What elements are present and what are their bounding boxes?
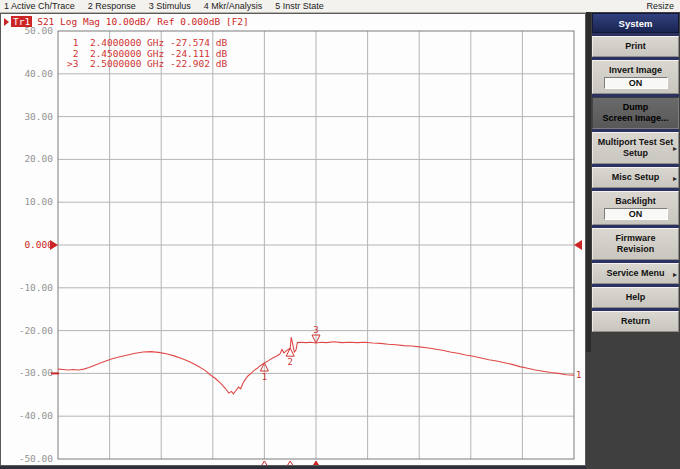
menu-item-5[interactable]: 5 Instr State xyxy=(275,0,324,12)
marker-readout-row-1: 1 2.4000000 GHz -27.574 dB xyxy=(67,38,227,49)
y-axis-label: 10.00 xyxy=(24,196,53,207)
softkey-label: Dump xyxy=(595,102,676,113)
softkey-menu-title: System xyxy=(592,13,679,33)
submenu-arrow-icon: ▸ xyxy=(673,143,677,154)
marker-3-label: 3 xyxy=(313,325,318,335)
softkey-help[interactable]: Help xyxy=(592,287,679,308)
trace-id-badge: Tr1 xyxy=(11,16,32,27)
y-axis-label: -10.00 xyxy=(19,282,54,293)
y-axis-label: 40.00 xyxy=(24,68,53,79)
softkey-label: Invert Image xyxy=(595,65,676,76)
menu-bar: 1 Active Ch/Trace2 Response3 Stimulus4 M… xyxy=(0,0,680,13)
softkey-column: System PrintInvert ImageONDumpScreen Ima… xyxy=(592,13,679,332)
y-axis-label: 20.00 xyxy=(24,153,53,164)
marker-axis-indicator-3 xyxy=(311,461,321,465)
softkey-label: Firmware xyxy=(595,233,676,244)
panel-edge-notch xyxy=(586,12,591,352)
softkey-misc-setup[interactable]: Misc Setup▸ xyxy=(592,167,679,188)
marker-2-icon xyxy=(286,348,294,356)
marker-readout-table: 1 2.4000000 GHz -27.574 dB 2 2.4500000 G… xyxy=(67,38,227,70)
y-axis-label: -50.00 xyxy=(19,453,54,464)
softkey-label: Screen Image... xyxy=(595,113,676,124)
ref-level-left-icon xyxy=(50,240,58,250)
softkey-multiport-test-set-setup[interactable]: Multiport Test SetSetup▸ xyxy=(592,132,679,164)
y-axis-label: -20.00 xyxy=(19,325,54,336)
softkey-label: Multiport Test Set xyxy=(595,137,676,148)
softkey-label: Return xyxy=(595,316,676,327)
trace-start-tick xyxy=(51,372,59,374)
softkey-label: Help xyxy=(595,292,676,303)
submenu-arrow-icon: ▸ xyxy=(673,172,677,183)
softkey-label: Print xyxy=(595,41,676,52)
softkey-firmware-revision[interactable]: FirmwareRevision xyxy=(592,228,679,260)
resize-button[interactable]: Resize xyxy=(646,0,674,12)
analyzer-screen: 50.0040.0030.0020.0010.000.000-10.00-20.… xyxy=(0,13,586,466)
menu-item-1[interactable]: 1 Active Ch/Trace xyxy=(4,0,75,12)
active-trace-arrow-icon xyxy=(4,18,9,26)
graph-svg: 50.0040.0030.0020.0010.000.000-10.00-20.… xyxy=(1,14,585,465)
trace-end-label: 1 xyxy=(576,370,581,380)
softkey-label: Revision xyxy=(595,244,676,255)
trace-format-text: S21 Log Mag 10.00dB/ Ref 0.000dB [F2] xyxy=(37,16,249,27)
softkey-label: Service Menu xyxy=(595,268,676,279)
y-axis-label: -30.00 xyxy=(19,367,54,378)
marker-1-label: 1 xyxy=(262,372,267,382)
ref-level-right-icon xyxy=(574,240,582,250)
softkey-label: Backlight xyxy=(595,196,676,207)
softkey-backlight[interactable]: BacklightON xyxy=(592,191,679,225)
softkey-invert-image[interactable]: Invert ImageON xyxy=(592,60,679,94)
softkey-label: Misc Setup xyxy=(595,172,676,183)
marker-axis-indicator-1 xyxy=(259,461,269,465)
softkey-panel: System PrintInvert ImageONDumpScreen Ima… xyxy=(586,12,680,469)
trace-status-line: Tr1 S21 Log Mag 10.00dB/ Ref 0.000dB [F2… xyxy=(4,15,249,28)
menu-item-4[interactable]: 4 Mkr/Analysis xyxy=(204,0,263,12)
submenu-arrow-icon: ▸ xyxy=(673,268,677,279)
softkey-state-invert-image: ON xyxy=(604,77,668,89)
marker-axis-indicator-2 xyxy=(285,461,295,465)
y-axis-label: 30.00 xyxy=(24,111,53,122)
menu-item-2[interactable]: 2 Response xyxy=(88,0,136,12)
menu-item-3[interactable]: 3 Stimulus xyxy=(149,0,191,12)
softkey-print[interactable]: Print xyxy=(592,36,679,57)
softkey-state-backlight: ON xyxy=(604,208,668,220)
marker-readout-row-3: >3 2.5000000 GHz -22.902 dB xyxy=(67,59,227,70)
marker-2-label: 2 xyxy=(287,357,292,367)
softkey-label: Setup xyxy=(595,148,676,159)
softkey-service-menu[interactable]: Service Menu▸ xyxy=(592,263,679,284)
softkey-dump-screen-image[interactable]: DumpScreen Image... xyxy=(592,97,679,129)
softkey-return[interactable]: Return xyxy=(592,311,679,332)
y-axis-label: -40.00 xyxy=(19,410,54,421)
y-axis-label: 0.000 xyxy=(24,239,53,250)
